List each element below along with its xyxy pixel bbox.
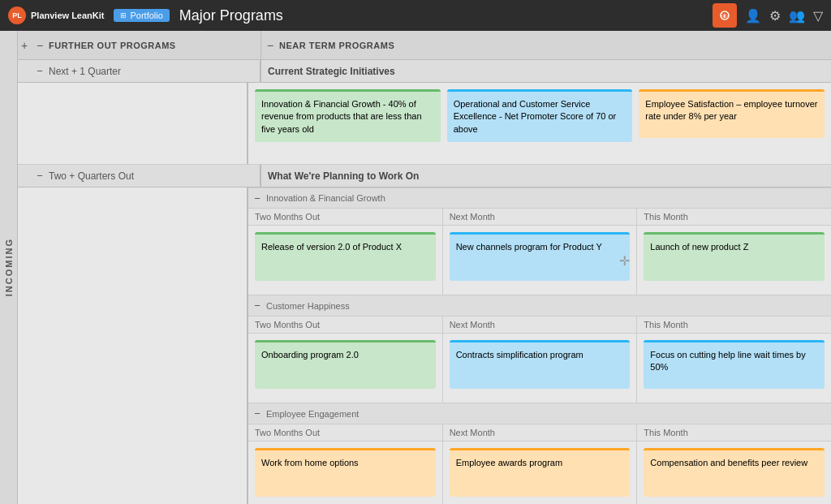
- settings-icon[interactable]: ⚙: [769, 8, 781, 24]
- customer-near-section: − Customer Happiness Two Months Out Next…: [248, 295, 831, 403]
- customer-subsection-label: Customer Happiness: [266, 301, 350, 311]
- two-quarters-label: Two + Quarters Out: [49, 170, 134, 182]
- employee-next-month-cards: Employee awards program: [443, 442, 638, 504]
- further-out-header: − FURTHER OUT PROGRAMS: [31, 31, 261, 59]
- innovation-col-headers: Two Months Out Next Month This Month: [248, 209, 831, 226]
- next-quarter-label: Next + 1 Quarter: [49, 66, 121, 77]
- portfolio-label: Portfolio: [130, 11, 162, 20]
- employee-this-month-header: This Month: [637, 424, 831, 441]
- header-actions: 👁 👤 ⚙ 👥 ▽: [713, 3, 823, 28]
- incoming-near-cards: Innovation & Financial Growth - 40% of r…: [248, 83, 831, 164]
- share-icon[interactable]: 👥: [789, 8, 805, 24]
- employee-cards-row: Work from home options Employee awards p…: [248, 442, 831, 504]
- customer-happiness-section: − Customer Happiness Two Months Out Next…: [18, 295, 831, 403]
- customer-this-month-cards: Focus on cutting help line wait times by…: [637, 334, 831, 403]
- innovation-card-col: Innovation & Financial Growth - 40% of r…: [255, 89, 441, 157]
- innovation-this-month-header: This Month: [637, 209, 831, 225]
- innovation-next-month-cards: New channels program for Product Y ✛: [443, 226, 638, 295]
- customer-next-month-card[interactable]: Contracts simplification program: [450, 340, 631, 389]
- page-title: Major Programs: [179, 7, 283, 24]
- near-term-toggle[interactable]: −: [261, 39, 279, 52]
- operational-card[interactable]: Operational and Customer Service Excelle…: [447, 89, 633, 142]
- two-quarters-toggle[interactable]: −: [31, 170, 49, 182]
- next-quarter-subheader: − Next + 1 Quarter Current Strategic Ini…: [18, 60, 831, 83]
- incoming-label: INCOMING: [4, 238, 14, 296]
- customer-next-month-cards: Contracts simplification program: [443, 334, 638, 403]
- employee-two-months-card[interactable]: Work from home options: [255, 448, 436, 497]
- svg-text:👁: 👁: [721, 13, 728, 20]
- innovation-next-month-card[interactable]: New channels program for Product Y: [450, 232, 631, 281]
- logo-area: PL Planview LeanKit: [8, 6, 104, 24]
- innovation-cards-row: Release of version 2.0 of Product X New …: [248, 226, 831, 295]
- notification-button[interactable]: 👁: [713, 3, 737, 28]
- innovation-two-months-header: Two Months Out: [248, 209, 443, 225]
- innovation-next-month-header: Next Month: [443, 209, 638, 225]
- employee-subsection-toggle[interactable]: −: [248, 407, 266, 420]
- operational-card-col: Operational and Customer Service Excelle…: [447, 89, 633, 157]
- portfolio-badge[interactable]: ⊞ Portfolio: [114, 9, 169, 22]
- employee-two-months-header: Two Months Out: [248, 424, 443, 441]
- innovation-this-month-card[interactable]: Launch of new product Z: [644, 232, 825, 281]
- top-header-row: + − FURTHER OUT PROGRAMS − NEAR TERM PRO…: [18, 31, 831, 60]
- customer-cards-row: Onboarding program 2.0 Contracts simplif…: [248, 334, 831, 403]
- employee-subsection-label: Employee Engagement: [266, 409, 359, 419]
- app-name: Planview LeanKit: [31, 11, 104, 20]
- innovation-near-section: − Innovation & Financial Growth Two Mont…: [248, 187, 831, 295]
- innovation-subsection-header: − Innovation & Financial Growth: [248, 187, 831, 209]
- filter-icon[interactable]: ▽: [813, 8, 823, 24]
- what-planning-label: What We're Planning to Work On: [268, 170, 419, 182]
- innovation-section: − Innovation & Financial Growth Two Mont…: [18, 187, 831, 295]
- customer-subsection-toggle[interactable]: −: [248, 299, 266, 312]
- person-icon[interactable]: 👤: [745, 8, 761, 24]
- employee-card-col: Employee Satisfaction – employee turnove…: [639, 89, 825, 157]
- employee-col-headers: Two Months Out Next Month This Month: [248, 424, 831, 442]
- customer-next-month-header: Next Month: [443, 317, 638, 333]
- further-out-label: FURTHER OUT PROGRAMS: [49, 41, 176, 50]
- innovation-two-months-card[interactable]: Release of version 2.0 of Product X: [255, 232, 436, 281]
- main-content: INCOMING + − FURTHER OUT PROGRAMS − NEAR…: [0, 31, 831, 504]
- employee-next-month-card[interactable]: Employee awards program: [450, 448, 631, 497]
- board: + − FURTHER OUT PROGRAMS − NEAR TERM PRO…: [18, 31, 831, 504]
- employee-engagement-section: − Employee Engagement Two Months Out Nex…: [18, 403, 831, 504]
- innovation-subsection-toggle[interactable]: −: [248, 192, 266, 205]
- employee-subsection-header: − Employee Engagement: [248, 403, 831, 424]
- two-quarters-header: − Two + Quarters Out What We're Planning…: [18, 165, 831, 187]
- employee-this-month-card[interactable]: Compensation and benefits peer review: [644, 448, 825, 497]
- employee-card[interactable]: Employee Satisfaction – employee turnove…: [639, 89, 825, 138]
- customer-two-months-cards: Onboarding program 2.0: [248, 334, 443, 403]
- add-column-button[interactable]: +: [18, 39, 31, 52]
- near-term-header: − NEAR TERM PROGRAMS: [261, 39, 831, 52]
- next-quarter-toggle[interactable]: −: [31, 65, 49, 77]
- employee-this-month-cards: Compensation and benefits peer review: [637, 442, 831, 504]
- innovation-this-month-cards: Launch of new product Z: [637, 226, 831, 295]
- customer-this-month-card[interactable]: Focus on cutting help line wait times by…: [644, 340, 825, 389]
- incoming-sidebar: INCOMING: [0, 31, 18, 504]
- innovation-two-months-cards: Release of version 2.0 of Product X: [248, 226, 443, 295]
- incoming-cards-section: Innovation & Financial Growth - 40% of r…: [18, 83, 831, 165]
- customer-col-headers: Two Months Out Next Month This Month: [248, 317, 831, 334]
- add-card-icon[interactable]: ✛: [619, 252, 630, 268]
- employee-next-month-header: Next Month: [443, 424, 638, 441]
- current-strategic-label: Current Strategic Initiatives: [268, 66, 395, 77]
- customer-two-months-card[interactable]: Onboarding program 2.0: [255, 340, 436, 389]
- customer-this-month-header: This Month: [637, 317, 831, 333]
- grid-icon: ⊞: [120, 11, 127, 19]
- app-header: PL Planview LeanKit ⊞ Portfolio Major Pr…: [0, 0, 831, 31]
- near-term-label: NEAR TERM PROGRAMS: [279, 41, 394, 50]
- innovation-subsection-label: Innovation & Financial Growth: [266, 193, 385, 203]
- app-logo-icon: PL: [8, 6, 26, 24]
- employee-near-section: − Employee Engagement Two Months Out Nex…: [248, 403, 831, 504]
- innovation-card[interactable]: Innovation & Financial Growth - 40% of r…: [255, 89, 441, 142]
- customer-subsection-header: − Customer Happiness: [248, 295, 831, 317]
- employee-two-months-cards: Work from home options: [248, 442, 443, 504]
- further-out-toggle[interactable]: −: [31, 39, 49, 52]
- customer-two-months-header: Two Months Out: [248, 317, 443, 333]
